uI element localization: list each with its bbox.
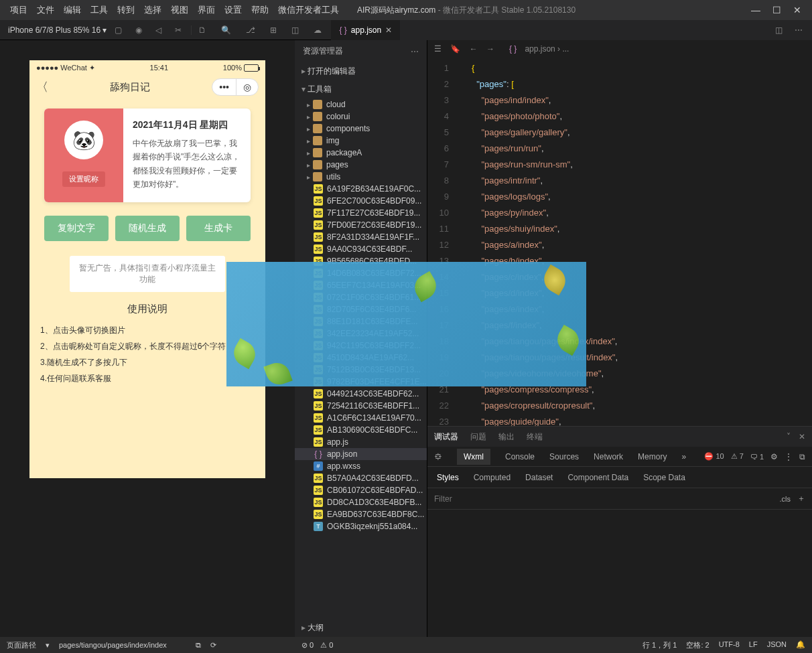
tab-styles[interactable]: Styles — [437, 473, 459, 482]
nav-back-icon[interactable]: ← — [470, 44, 478, 54]
file-item[interactable]: JSapp.js — [295, 436, 427, 448]
tab-debugger[interactable]: 调试器 — [434, 431, 458, 443]
maximize-button[interactable]: ☐ — [772, 5, 781, 15]
eol-info[interactable]: LF — [749, 640, 758, 650]
tab-sources[interactable]: Sources — [549, 452, 579, 461]
file-item[interactable]: JSCB061072C63E4BDFAD... — [295, 484, 427, 496]
back-icon[interactable]: 〈 — [36, 79, 48, 95]
code-content[interactable]: { "pages": [ "pages/ind/index", "pages/p… — [458, 58, 812, 426]
btn-生成卡[interactable]: 生成卡 — [186, 216, 251, 241]
file-item[interactable]: JSDD8CA1D3C63E4BDFB... — [295, 496, 427, 508]
collapse-icon[interactable]: ˅ — [787, 432, 791, 441]
mute-icon[interactable]: ◁ — [155, 25, 161, 35]
file-item[interactable]: JS9782BF03D4FEE4CFF1E... — [295, 376, 427, 388]
cursor-position[interactable]: 行 1，列 1 — [642, 640, 677, 650]
cloud-icon[interactable]: ☁ — [314, 25, 322, 35]
file-item[interactable]: JS14D6B083C63E4BDF72... — [295, 267, 427, 279]
tab-scope-data[interactable]: Scope Data — [643, 473, 685, 482]
error-count[interactable]: 10 — [704, 452, 724, 461]
avatar[interactable]: 🐼 — [64, 121, 103, 159]
menu-微信开发者工具[interactable]: 微信开发者工具 — [273, 4, 344, 16]
file-item[interactable]: JSB57A0A42C63E4BDFD... — [295, 472, 427, 484]
list-icon[interactable]: ☰ — [434, 44, 442, 54]
folder-packageA[interactable]: ▪packageA — [295, 147, 427, 159]
folder-utils[interactable]: ▪utils — [295, 171, 427, 183]
btn-随机生成[interactable]: 随机生成 — [115, 216, 180, 241]
file-item[interactable]: JS7FD00E72C63E4BDF19... — [295, 219, 427, 231]
file-item[interactable]: JS8F2A31D334AE19AF1F... — [295, 231, 427, 243]
tab-output[interactable]: 输出 — [498, 431, 515, 443]
file-item[interactable]: JS6FE2C700C63E4BDF09... — [295, 195, 427, 207]
file-item[interactable]: JS9AA0C934C63E4BDF... — [295, 243, 427, 255]
file-item[interactable]: JSEA9BD637C63E4BDF8C... — [295, 508, 427, 520]
folder-pages[interactable]: ▪pages — [295, 159, 427, 171]
dock-icon[interactable]: ⧉ — [799, 452, 805, 461]
device-selector[interactable]: iPhone 6/7/8 Plus 85% 16 ▾ — [0, 25, 115, 35]
more-icon[interactable]: ⋯ — [795, 25, 803, 35]
editor-tab-active[interactable]: { } app.json ✕ — [331, 20, 400, 40]
phone-preview[interactable]: ●●●●● WeChat ✦ 15:41 100% 〈 舔狗日记 •••◎ 🐼 … — [29, 60, 265, 478]
style-filter-input[interactable] — [434, 494, 780, 504]
section-toolbox[interactable]: 工具箱 — [295, 80, 427, 98]
menu-设置[interactable]: 设置 — [220, 4, 247, 16]
close-tab-icon[interactable]: ✕ — [385, 25, 392, 35]
file-tree[interactable]: ▪cloud▪colorui▪components▪img▪packageA▪p… — [295, 98, 427, 619]
capsule-button[interactable]: •••◎ — [212, 78, 259, 96]
tab-dataset[interactable]: Dataset — [525, 473, 553, 482]
file-item[interactable]: TOGKB3iqzeknj551a084... — [295, 520, 427, 532]
file-item[interactable]: JS65EEF7C134AE19AF03... — [295, 279, 427, 291]
tab-computed[interactable]: Computed — [474, 473, 511, 482]
indent-info[interactable]: 空格: 2 — [686, 640, 709, 650]
close-button[interactable]: ✕ — [793, 5, 801, 15]
settings-icon[interactable]: ⚙ — [770, 452, 778, 461]
menu-编辑[interactable]: 编辑 — [59, 4, 86, 16]
section-outline[interactable]: 大纲 — [295, 619, 427, 637]
files-icon[interactable]: 🗋 — [198, 25, 206, 35]
file-item[interactable]: JS072C1F06C63E4BDF61... — [295, 291, 427, 303]
explorer-more-icon[interactable]: ⋯ — [411, 47, 419, 56]
file-item[interactable]: JS942C1195C63E4BDFF2... — [295, 340, 427, 352]
tab-network[interactable]: Network — [594, 452, 623, 461]
menu-转到[interactable]: 转到 — [113, 4, 139, 16]
menu-文件[interactable]: 文件 — [32, 4, 59, 16]
warn-count[interactable]: 7 — [731, 452, 744, 461]
bookmark-icon[interactable]: 🔖 — [450, 44, 460, 54]
file-item[interactable]: #app.wxss — [295, 460, 427, 472]
minimize-button[interactable]: — — [751, 5, 760, 15]
record-icon[interactable]: ◉ — [135, 25, 142, 35]
folder-colorui[interactable]: ▪colorui — [295, 111, 427, 123]
file-item[interactable]: JSA1C6F6C134AE19AF70... — [295, 412, 427, 424]
language-info[interactable]: JSON — [767, 640, 787, 650]
close-panel-icon[interactable]: ✕ — [799, 432, 805, 441]
tab-memory[interactable]: Memory — [638, 452, 667, 461]
menu-视图[interactable]: 视图 — [166, 4, 193, 16]
kebab-icon[interactable]: ⋮ — [785, 452, 793, 461]
more-tabs-icon[interactable]: » — [681, 452, 686, 461]
file-item[interactable]: JS4510D8434AE19AF62... — [295, 352, 427, 364]
rotate-icon[interactable]: ▢ — [115, 25, 122, 35]
menu-项目[interactable]: 项目 — [5, 4, 32, 16]
file-item[interactable]: JS88E1D181C63E4BDFE... — [295, 315, 427, 328]
ext-icon[interactable]: ⊞ — [270, 25, 277, 35]
tab-component-data[interactable]: Component Data — [567, 473, 628, 482]
inspect-icon[interactable]: ⯐ — [434, 452, 442, 461]
menu-界面[interactable]: 界面 — [193, 4, 220, 16]
page-path-input[interactable] — [59, 641, 186, 649]
search-icon[interactable]: 🔍 — [221, 25, 231, 35]
file-item[interactable]: JSAB130690C63E4BDFC... — [295, 424, 427, 436]
file-item[interactable]: JS04492143C63E4BDF62... — [295, 388, 427, 400]
plugin-icon[interactable]: ◫ — [291, 25, 299, 35]
menu-帮助[interactable]: 帮助 — [247, 4, 273, 16]
add-style-icon[interactable]: ＋ — [797, 493, 805, 504]
btn-复制文字[interactable]: 复制文字 — [44, 216, 109, 241]
branch-icon[interactable]: ⎇ — [246, 25, 255, 35]
file-item[interactable]: { }app.json — [295, 448, 427, 460]
cut-icon[interactable]: ✂ — [175, 25, 182, 35]
file-item[interactable]: JS9B565686C63E4BDFD... — [295, 255, 427, 267]
menu-工具[interactable]: 工具 — [86, 4, 113, 16]
bell-icon[interactable]: 🔔 — [796, 640, 805, 650]
split-icon[interactable]: ◫ — [775, 25, 783, 35]
refresh-icon[interactable]: ⟳ — [210, 641, 216, 650]
code-editor[interactable]: 1234567891011121314151617181920212223 { … — [427, 58, 812, 426]
file-item[interactable]: JS7512B3B0C63E4BDF13... — [295, 364, 427, 376]
